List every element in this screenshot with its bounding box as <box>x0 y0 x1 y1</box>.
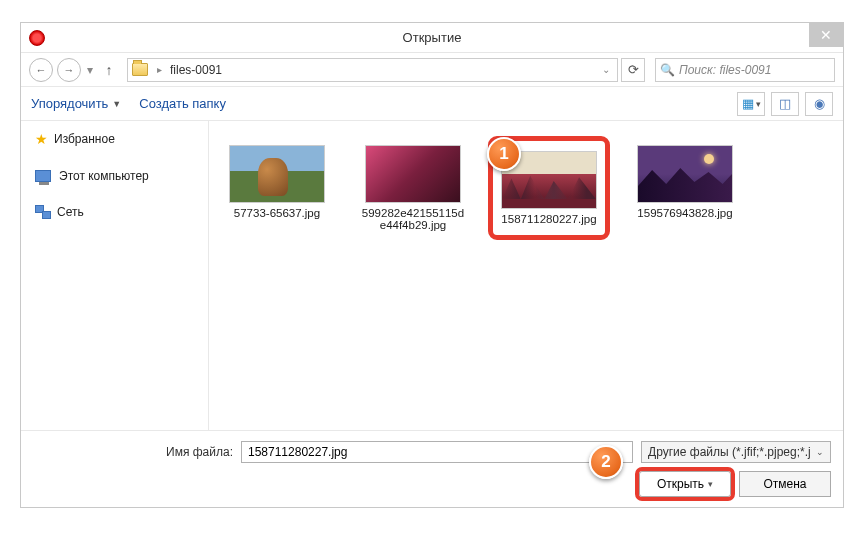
filetype-dropdown[interactable]: Другие файлы (*.jfif;*.pjpeg;*.j ⌄ <box>641 441 831 463</box>
titlebar: Открытие ✕ <box>21 23 843 53</box>
search-icon: 🔍 <box>660 63 675 77</box>
new-folder-button[interactable]: Создать папку <box>139 96 226 111</box>
buttons-row: Открыть ▾ Отмена <box>33 471 831 497</box>
file-item[interactable]: 57733-65637.jpg <box>221 141 333 223</box>
this-pc-label: Этот компьютер <box>59 169 149 183</box>
chevron-down-icon: ▼ <box>112 99 121 109</box>
organize-menu[interactable]: Упорядочить ▼ <box>31 96 121 111</box>
body-area: ★ Избранное Этот компьютер Сеть 57733-65 <box>21 121 843 430</box>
file-open-dialog: Открытие ✕ ← → ▾ ↑ ▸ files-0091 ⌄ ⟳ 🔍 По… <box>20 22 844 508</box>
chevron-down-icon: ⌄ <box>816 447 824 457</box>
search-placeholder: Поиск: files-0091 <box>679 63 771 77</box>
image-thumbnail <box>365 145 461 203</box>
file-name: 159576943828.jpg <box>637 207 732 219</box>
sidebar: ★ Избранное Этот компьютер Сеть <box>21 121 209 430</box>
search-input[interactable]: 🔍 Поиск: files-0091 <box>655 58 835 82</box>
nav-bar: ← → ▾ ↑ ▸ files-0091 ⌄ ⟳ 🔍 Поиск: files-… <box>21 53 843 87</box>
folder-icon <box>132 63 148 76</box>
close-icon: ✕ <box>820 27 832 43</box>
cancel-label: Отмена <box>763 477 806 491</box>
sidebar-item-this-pc[interactable]: Этот компьютер <box>29 165 200 187</box>
file-item[interactable]: 599282e42155115de44f4b29.jpg <box>357 141 469 235</box>
network-icon <box>35 205 51 219</box>
new-folder-label: Создать папку <box>139 96 226 111</box>
view-grid-button[interactable]: ◫ <box>771 92 799 116</box>
files-pane[interactable]: 57733-65637.jpg 599282e42155115de44f4b29… <box>209 121 843 430</box>
refresh-button[interactable]: ⟳ <box>621 58 645 82</box>
file-name: 599282e42155115de44f4b29.jpg <box>361 207 465 231</box>
forward-button[interactable]: → <box>57 58 81 82</box>
annotation-badge-2: 2 <box>589 445 623 479</box>
file-name: 158711280227.jpg <box>501 213 596 225</box>
help-button[interactable]: ◉ <box>805 92 833 116</box>
filename-label: Имя файла: <box>33 445 233 459</box>
image-thumbnail <box>637 145 733 203</box>
filetype-text: Другие файлы (*.jfif;*.pjpeg;*.j <box>648 445 811 459</box>
back-button[interactable]: ← <box>29 58 53 82</box>
sidebar-item-favorites[interactable]: ★ Избранное <box>29 127 200 151</box>
outer-frame: Открытие ✕ ← → ▾ ↑ ▸ files-0091 ⌄ ⟳ 🔍 По… <box>0 0 864 544</box>
open-button[interactable]: Открыть ▾ <box>639 471 731 497</box>
nav-separator: ▾ <box>87 63 93 77</box>
toolbar: Упорядочить ▼ Создать папку ▦▾ ◫ ◉ <box>21 87 843 121</box>
image-thumbnail <box>229 145 325 203</box>
sidebar-item-network[interactable]: Сеть <box>29 201 200 223</box>
address-bar[interactable]: ▸ files-0091 ⌄ <box>127 58 618 82</box>
filename-row: Имя файла: Другие файлы (*.jfif;*.pjpeg;… <box>33 441 831 463</box>
organize-label: Упорядочить <box>31 96 108 111</box>
current-folder: files-0091 <box>170 63 222 77</box>
favorites-label: Избранное <box>54 132 115 146</box>
filename-input[interactable] <box>241 441 633 463</box>
view-buttons: ▦▾ ◫ ◉ <box>737 92 833 116</box>
network-label: Сеть <box>57 205 84 219</box>
file-item[interactable]: 159576943828.jpg <box>629 141 741 223</box>
cancel-button[interactable]: Отмена <box>739 471 831 497</box>
computer-icon <box>35 170 51 182</box>
annotation-badge-1: 1 <box>487 137 521 171</box>
open-label: Открыть <box>657 477 704 491</box>
view-thumbnails-button[interactable]: ▦▾ <box>737 92 765 116</box>
file-name: 57733-65637.jpg <box>234 207 320 219</box>
close-button[interactable]: ✕ <box>809 23 843 47</box>
bottom-bar: Имя файла: Другие файлы (*.jfif;*.pjpeg;… <box>21 430 843 507</box>
chevron-right-icon[interactable]: ▸ <box>152 59 166 81</box>
star-icon: ★ <box>35 131 48 147</box>
chevron-down-icon[interactable]: ⌄ <box>599 59 613 81</box>
up-button[interactable]: ↑ <box>99 60 119 80</box>
split-chevron-icon: ▾ <box>708 479 713 489</box>
dialog-title: Открытие <box>21 30 843 45</box>
